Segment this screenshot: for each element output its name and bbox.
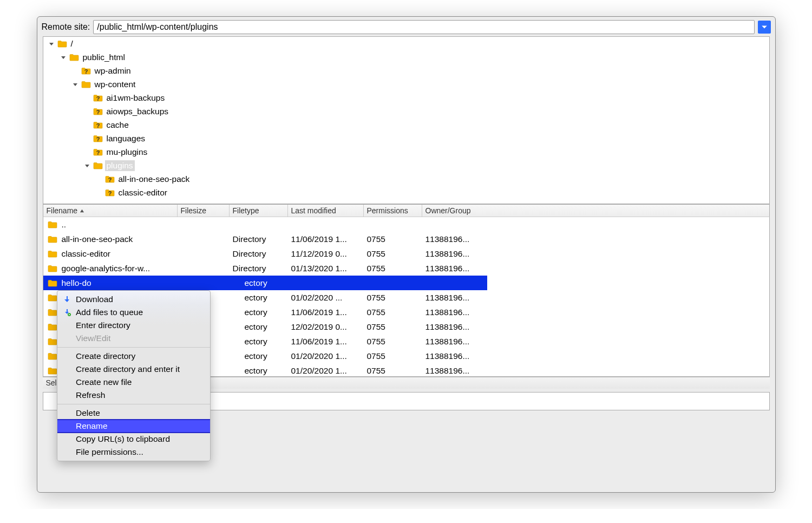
- filetype: Directory: [233, 234, 266, 244]
- tree-item[interactable]: ?languages: [43, 132, 769, 145]
- tree-item-label: classic-editor: [117, 187, 169, 198]
- modified: 01/02/2020 ...: [291, 293, 343, 302]
- tree-item-label: wp-content: [93, 79, 137, 90]
- tree-item-label: plugins: [105, 160, 135, 171]
- col-filename[interactable]: Filename: [43, 205, 178, 217]
- ctx-copy-url[interactable]: Copy URL(s) to clipboard: [57, 433, 210, 446]
- folder-icon: [81, 81, 91, 88]
- ctx-add-queue[interactable]: Add files to queue: [57, 306, 210, 319]
- col-permissions[interactable]: Permissions: [364, 205, 422, 217]
- tree-item-label: cache: [105, 120, 130, 130]
- permissions: 0755: [367, 293, 385, 302]
- owner-group: 11388196...: [425, 234, 470, 244]
- folder-icon: [48, 309, 57, 316]
- svg-text:?: ?: [96, 136, 100, 142]
- folder-icon: [48, 221, 57, 228]
- folder-unknown-icon: ?: [93, 148, 103, 156]
- tree-item[interactable]: ?ai1wm-backups: [43, 91, 769, 104]
- filetype-tail: ectory: [245, 308, 267, 317]
- permissions: 0755: [367, 249, 385, 258]
- ctx-separator: [57, 347, 210, 348]
- folder-unknown-icon: ?: [105, 175, 115, 183]
- folder-icon: [48, 323, 57, 331]
- modified: 11/06/2019 1...: [291, 308, 347, 317]
- folder-icon: [48, 279, 57, 287]
- tree-item[interactable]: public_html: [43, 50, 769, 64]
- col-filesize[interactable]: Filesize: [178, 205, 230, 217]
- filetype-tail: ectory: [245, 337, 267, 346]
- svg-text:?: ?: [96, 95, 100, 102]
- file-name: classic-editor: [62, 249, 110, 259]
- tree-item-label: public_html: [81, 52, 127, 63]
- disclosure-triangle-icon[interactable]: [60, 54, 67, 61]
- svg-text:?: ?: [108, 190, 112, 197]
- file-row[interactable]: hello-doectory: [43, 276, 487, 290]
- permissions: 0755: [367, 234, 385, 244]
- ctx-file-permissions[interactable]: File permissions...: [57, 446, 210, 459]
- ctx-view-edit: View/Edit: [57, 332, 210, 345]
- tree-item-label: aiowps_backups: [105, 106, 171, 117]
- ctx-create-enter[interactable]: Create directory and enter it: [57, 363, 210, 376]
- tree-item[interactable]: ?classic-editor: [43, 186, 769, 199]
- permissions: 0755: [367, 264, 385, 273]
- folder-icon: [48, 250, 57, 258]
- download-icon: [63, 295, 71, 304]
- tree-item[interactable]: wp-content: [43, 77, 769, 91]
- folder-icon: [48, 338, 57, 345]
- file-row[interactable]: google-analytics-for-w...Directory01/13/…: [43, 261, 769, 276]
- modified: 11/12/2019 0...: [291, 249, 347, 258]
- svg-text:?: ?: [108, 176, 112, 183]
- col-filetype[interactable]: Filetype: [230, 205, 288, 217]
- col-modified[interactable]: Last modified: [288, 205, 364, 217]
- folder-icon: [57, 40, 67, 48]
- tree-item-label: wp-admin: [93, 66, 133, 76]
- file-name: ..: [62, 220, 67, 230]
- owner-group: 11388196...: [425, 322, 470, 331]
- remote-path-input[interactable]: /public_html/wp-content/plugins: [93, 20, 754, 34]
- ctx-delete[interactable]: Delete: [57, 407, 210, 420]
- filetype-tail: ectory: [245, 278, 267, 287]
- file-row[interactable]: classic-editorDirectory11/12/2019 0...07…: [43, 246, 769, 261]
- owner-group: 11388196...: [425, 249, 470, 258]
- tree-item-label: languages: [105, 133, 147, 144]
- ctx-refresh[interactable]: Refresh: [57, 389, 210, 402]
- tree-item[interactable]: plugins: [43, 159, 769, 172]
- folder-unknown-icon: ?: [93, 121, 103, 129]
- file-name: hello-do: [62, 278, 91, 288]
- path-dropdown-button[interactable]: [758, 21, 771, 34]
- tree-item[interactable]: ?cache: [43, 118, 769, 132]
- sort-asc-icon: [80, 206, 84, 215]
- svg-text:?: ?: [96, 149, 100, 156]
- tree-item-label: mu-plugins: [105, 147, 149, 158]
- ctx-enter-directory[interactable]: Enter directory: [57, 319, 210, 332]
- tree-item[interactable]: ?all-in-one-seo-pack: [43, 172, 769, 186]
- folder-icon: [69, 54, 79, 61]
- filetype-tail: ectory: [245, 366, 267, 375]
- disclosure-triangle-icon[interactable]: [71, 81, 79, 88]
- file-row[interactable]: all-in-one-seo-packDirectory11/06/2019 1…: [43, 232, 769, 246]
- tree-item[interactable]: ?mu-plugins: [43, 145, 769, 159]
- add-queue-icon: [63, 308, 71, 317]
- tree-item[interactable]: /: [43, 37, 769, 50]
- disclosure-triangle-icon[interactable]: [48, 40, 55, 48]
- disclosure-triangle-icon[interactable]: [83, 162, 91, 169]
- folder-icon: [48, 265, 57, 272]
- svg-text:?: ?: [96, 109, 100, 115]
- tree-item[interactable]: ?aiowps_backups: [43, 104, 769, 118]
- modified: 11/06/2019 1...: [291, 337, 347, 346]
- filetype: Directory: [233, 249, 266, 258]
- ctx-rename[interactable]: Rename: [57, 419, 210, 433]
- directory-tree[interactable]: /public_html?wp-adminwp-content?ai1wm-ba…: [43, 36, 770, 204]
- ctx-download[interactable]: Download: [57, 293, 210, 306]
- file-row[interactable]: ..: [43, 217, 769, 232]
- folder-icon: [48, 352, 57, 360]
- ctx-create-file[interactable]: Create new file: [57, 376, 210, 389]
- context-menu: Download Add files to queue Enter direct…: [57, 290, 211, 461]
- filetype: Directory: [233, 264, 266, 273]
- tree-item[interactable]: ?wp-admin: [43, 64, 769, 77]
- ctx-create-directory[interactable]: Create directory: [57, 350, 210, 363]
- tree-item-label: all-in-one-seo-pack: [117, 174, 192, 185]
- ctx-separator: [57, 404, 210, 404]
- col-owner[interactable]: Owner/Group: [422, 205, 769, 217]
- owner-group: 11388196...: [425, 264, 470, 273]
